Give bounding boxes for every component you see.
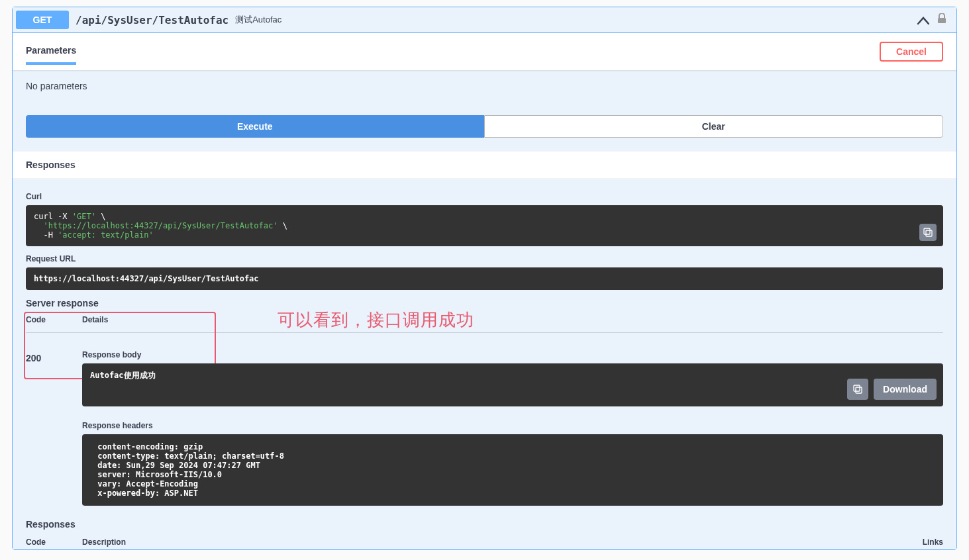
operation-summary[interactable]: GET /api/SysUser/TestAutofac 测试Autofac — [13, 7, 956, 33]
server-response-table: Code 200 Details Response body Autofac使用… — [26, 315, 943, 506]
tab-parameters[interactable]: Parameters — [26, 38, 76, 65]
responses2-header: Responses — [13, 519, 956, 537]
execute-button[interactable]: Execute — [26, 115, 484, 138]
copy-icon — [853, 385, 862, 394]
operation-body: Parameters Cancel No parameters Execute … — [13, 33, 956, 549]
http-method-badge: GET — [16, 11, 69, 29]
response-headers-label: Response headers — [82, 416, 943, 430]
response-headers-block: content-encoding: gzip content-type: tex… — [82, 434, 943, 506]
request-url-label: Request URL — [26, 254, 943, 263]
operation-actions — [917, 13, 953, 28]
svg-rect-0 — [938, 18, 946, 23]
svg-rect-3 — [856, 387, 862, 393]
svg-rect-4 — [854, 385, 860, 391]
cancel-button[interactable]: Cancel — [880, 42, 943, 62]
operation-path: /api/SysUser/TestAutofac — [76, 14, 229, 26]
response-status-code: 200 — [26, 345, 82, 363]
description-header: Description — [82, 537, 903, 547]
copy-curl-button[interactable] — [919, 224, 937, 241]
curl-code-block: curl -X 'GET' \ 'https://localhost:44327… — [26, 205, 943, 246]
download-button[interactable]: Download — [874, 379, 937, 400]
request-url-block: https://localhost:44327/api/SysUser/Test… — [26, 267, 943, 290]
operation-description: 测试Autofac — [235, 14, 281, 26]
clear-button[interactable]: Clear — [484, 115, 944, 138]
code-column-header: Code — [26, 315, 82, 333]
responses-section: Curl curl -X 'GET' \ 'https://localhost:… — [13, 179, 956, 519]
lock-icon[interactable] — [937, 13, 946, 26]
responses-section-header: Responses — [13, 151, 956, 179]
parameters-header: Parameters Cancel — [13, 33, 956, 70]
action-buttons-row: Execute Clear — [13, 102, 956, 151]
no-parameters-text: No parameters — [26, 81, 943, 91]
curl-label: Curl — [26, 192, 943, 201]
copy-response-button[interactable] — [847, 379, 868, 400]
response-body-block: Autofac使用成功 Download — [82, 363, 943, 406]
responses2-table-header: Code Description Links — [13, 537, 956, 549]
operation-block: GET /api/SysUser/TestAutofac 测试Autofac P… — [12, 7, 957, 550]
svg-rect-2 — [924, 228, 930, 234]
server-response-label: Server response — [26, 298, 943, 308]
chevron-up-icon[interactable] — [917, 13, 929, 28]
svg-rect-1 — [926, 230, 932, 236]
parameters-body: No parameters — [13, 70, 956, 102]
response-body-label: Response body — [82, 345, 943, 359]
response-body-text: Autofac使用成功 — [90, 370, 935, 381]
details-column-header: Details — [82, 315, 943, 333]
links-header: Links — [903, 537, 943, 547]
code-header-2: Code — [26, 537, 82, 547]
